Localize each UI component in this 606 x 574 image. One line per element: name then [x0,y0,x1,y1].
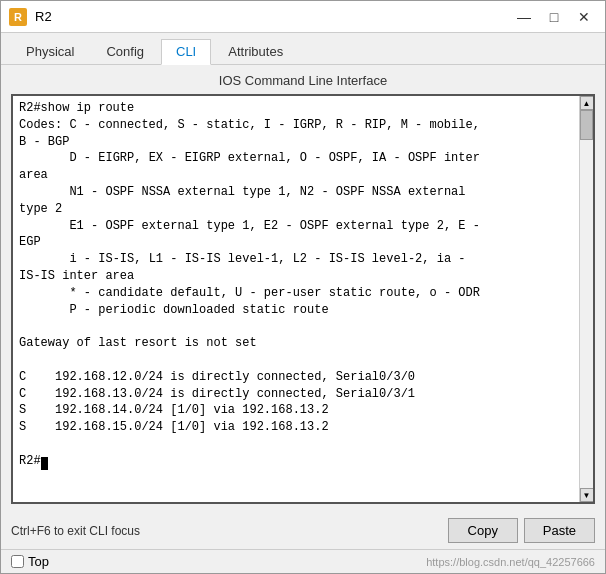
window-controls: — □ ✕ [511,7,597,27]
button-group: Copy Paste [448,518,595,543]
scroll-down-arrow[interactable]: ▼ [580,488,594,502]
cli-box: R2#show ip route Codes: C - connected, S… [11,94,595,504]
tab-cli[interactable]: CLI [161,39,211,65]
scrollbar[interactable]: ▲ ▼ [579,96,593,502]
tab-physical[interactable]: Physical [11,39,89,64]
close-button[interactable]: ✕ [571,7,597,27]
title-bar: R R2 — □ ✕ [1,1,605,33]
scroll-track[interactable] [580,110,593,488]
minimize-button[interactable]: — [511,7,537,27]
main-window: R R2 — □ ✕ Physical Config CLI Attribute… [0,0,606,574]
top-checkbox[interactable] [11,555,24,568]
app-icon: R [9,8,27,26]
scroll-thumb[interactable] [580,110,593,140]
watermark: https://blog.csdn.net/qq_42257666 [426,556,595,568]
section-title: IOS Command Line Interface [11,73,595,88]
scroll-up-arrow[interactable]: ▲ [580,96,594,110]
tab-config[interactable]: Config [91,39,159,64]
cli-output[interactable]: R2#show ip route Codes: C - connected, S… [13,96,579,502]
status-bar: Ctrl+F6 to exit CLI focus Copy Paste [1,512,605,549]
top-checkbox-label[interactable]: Top [11,554,49,569]
bottom-bar: Top https://blog.csdn.net/qq_42257666 [1,549,605,573]
status-hint: Ctrl+F6 to exit CLI focus [11,524,140,538]
tab-bar: Physical Config CLI Attributes [1,33,605,65]
content-area: IOS Command Line Interface R2#show ip ro… [1,65,605,512]
top-label: Top [28,554,49,569]
maximize-button[interactable]: □ [541,7,567,27]
title-bar-left: R R2 [9,8,52,26]
cli-cursor [41,457,48,470]
paste-button[interactable]: Paste [524,518,595,543]
tab-attributes[interactable]: Attributes [213,39,298,64]
copy-button[interactable]: Copy [448,518,518,543]
window-title: R2 [35,9,52,24]
